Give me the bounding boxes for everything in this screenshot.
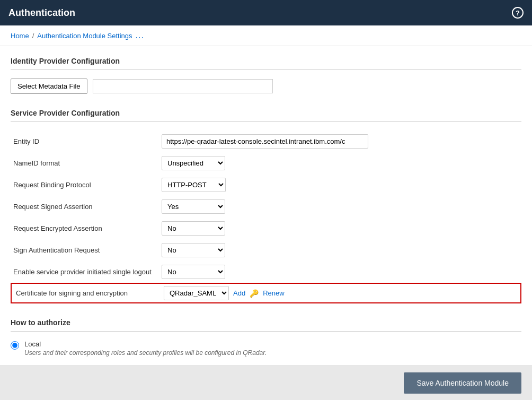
save-authentication-module-button[interactable]: Save Authentication Module xyxy=(404,372,521,394)
authorize-section-title: How to authorize xyxy=(11,318,521,332)
entity-id-input[interactable] xyxy=(162,134,368,149)
nameid-cell: Unspecified Email Transient Persistent xyxy=(159,152,521,174)
slo-label: Enable service provider initiated single… xyxy=(11,261,159,283)
metadata-filename-input[interactable] xyxy=(93,79,273,93)
cert-row: Certificate for signing and encryption Q… xyxy=(11,283,521,303)
authorize-local-option: Local Users and their corresponding role… xyxy=(11,340,521,356)
sign-auth-request-row: Sign Authentication Request No Yes xyxy=(11,239,521,261)
local-description: Users and their corresponding roles and … xyxy=(24,349,267,356)
signed-assertion-select[interactable]: Yes No xyxy=(162,199,225,214)
nameid-row: NameID format Unspecified Email Transien… xyxy=(11,152,521,174)
entity-id-cell xyxy=(159,131,521,152)
binding-protocol-row: Request Binding Protocol HTTP-POST HTTP-… xyxy=(11,174,521,196)
signed-assertion-row: Request Signed Assertion Yes No xyxy=(11,196,521,218)
encrypted-assertion-row: Request Encrypted Assertion No Yes xyxy=(11,218,521,239)
breadcrumb-separator: / xyxy=(32,32,34,40)
sign-auth-request-cell: No Yes xyxy=(159,239,521,261)
breadcrumb-current[interactable]: Authentication Module Settings xyxy=(37,32,132,40)
slo-row: Enable service provider initiated single… xyxy=(11,261,521,283)
signed-assertion-label: Request Signed Assertion xyxy=(11,196,159,218)
authorize-local-radio[interactable] xyxy=(11,341,19,350)
sp-form-table: Entity ID NameID format Unspecified Emai… xyxy=(11,131,521,303)
idp-section-title: Identity Provider Configuration xyxy=(11,57,521,70)
cert-renew-link[interactable]: Renew xyxy=(263,289,284,297)
binding-protocol-label: Request Binding Protocol xyxy=(11,174,159,196)
sign-auth-request-select[interactable]: No Yes xyxy=(162,243,225,257)
encrypted-assertion-label: Request Encrypted Assertion xyxy=(11,218,159,239)
entity-id-label: Entity ID xyxy=(11,131,159,152)
nameid-select[interactable]: Unspecified Email Transient Persistent xyxy=(162,156,225,170)
slo-cell: No Yes xyxy=(159,261,521,283)
app-header: Authentication ? xyxy=(0,0,532,25)
sp-section-title: Service Provider Configuration xyxy=(11,109,521,122)
idp-section: Identity Provider Configuration Select M… xyxy=(11,57,521,94)
cert-add-link[interactable]: Add xyxy=(233,289,245,297)
encrypted-assertion-cell: No Yes xyxy=(159,218,521,239)
key-icon: 🔑 xyxy=(250,289,259,298)
breadcrumb: Home / Authentication Module Settings ..… xyxy=(0,25,532,46)
breadcrumb-home[interactable]: Home xyxy=(11,32,29,40)
encrypted-assertion-select[interactable]: No Yes xyxy=(162,221,225,236)
cert-label: Certificate for signing and encryption xyxy=(11,283,159,303)
entity-id-row: Entity ID xyxy=(11,131,521,152)
cert-select[interactable]: QRadar_SAML xyxy=(164,286,229,300)
slo-select[interactable]: No Yes xyxy=(162,265,225,279)
footer: Save Authentication Module xyxy=(0,366,532,400)
breadcrumb-more[interactable]: ... xyxy=(136,31,144,40)
binding-protocol-cell: HTTP-POST HTTP-Redirect xyxy=(159,174,521,196)
main-content: Identity Provider Configuration Select M… xyxy=(0,46,532,400)
sp-section: Service Provider Configuration Entity ID… xyxy=(11,109,521,303)
signed-assertion-cell: Yes No xyxy=(159,196,521,218)
sign-auth-request-label: Sign Authentication Request xyxy=(11,239,159,261)
app-title: Authentication xyxy=(8,7,75,19)
local-label[interactable]: Local xyxy=(24,340,267,348)
metadata-row: Select Metadata File xyxy=(11,79,521,94)
local-label-group: Local Users and their corresponding role… xyxy=(24,340,267,356)
nameid-label: NameID format xyxy=(11,152,159,174)
binding-protocol-select[interactable]: HTTP-POST HTTP-Redirect xyxy=(162,178,226,192)
help-button[interactable]: ? xyxy=(512,7,524,19)
select-metadata-button[interactable]: Select Metadata File xyxy=(11,79,87,94)
cert-cell: QRadar_SAML Add 🔑 Renew xyxy=(159,283,521,303)
